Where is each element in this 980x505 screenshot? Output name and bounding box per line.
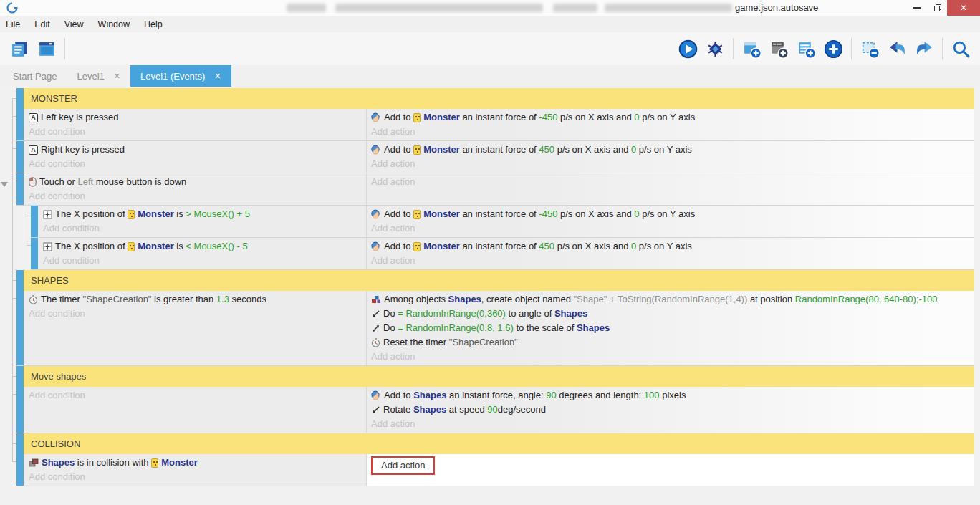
actions-cell[interactable]: Add to Monster an instant force of -450 …	[366, 206, 974, 237]
action-line[interactable]: Add to Shapes an instant force, angle: 9…	[371, 388, 971, 403]
add-subevent-button[interactable]	[769, 39, 789, 59]
event-group[interactable]: MONSTER	[16, 88, 974, 109]
conditions-cell[interactable]: The X position of Monster is > MouseX() …	[38, 206, 366, 237]
event-row[interactable]: Add condition Add to Shapes an instant f…	[16, 387, 974, 433]
action-line[interactable]: Add to Monster an instant force of 450 p…	[371, 143, 971, 157]
action-line[interactable]: Do = RandomInRange(0,360) to angle of Sh…	[371, 307, 971, 321]
event-row[interactable]: Shapes is in collision with MonsterAdd c…	[16, 454, 974, 486]
condition-line[interactable]: Shapes is in collision with Monster	[29, 456, 363, 470]
conditions-cell[interactable]: ALeft key is pressedAdd condition	[24, 109, 366, 140]
actions-cell[interactable]: Among objects Shapes, create object name…	[366, 291, 974, 365]
event-color-bar[interactable]	[16, 141, 24, 173]
event-group[interactable]: COLLISION	[16, 433, 974, 454]
event-row[interactable]: Touch or Left mouse button is downAdd co…	[16, 173, 974, 206]
conditions-cell[interactable]: Add condition	[24, 387, 366, 433]
add-action-link[interactable]: Add action	[371, 175, 971, 189]
action-line[interactable]: Add to Monster an instant force of -450 …	[371, 110, 971, 125]
event-row[interactable]: ARight key is pressedAdd condition Add t…	[16, 141, 974, 173]
event-color-bar[interactable]	[16, 88, 24, 109]
menu-help[interactable]: Help	[144, 19, 163, 29]
tab-start-page[interactable]: Start Page	[3, 65, 67, 87]
play-button[interactable]	[678, 39, 698, 59]
debug-button[interactable]	[705, 39, 725, 59]
event-color-bar[interactable]	[16, 109, 24, 140]
tab-level1-events[interactable]: Level1 (Events)✕	[130, 65, 231, 87]
event-color-bar[interactable]	[16, 366, 24, 387]
actions-cell[interactable]: Add to Shapes an instant force, angle: 9…	[366, 387, 974, 433]
condition-line[interactable]: The X position of Monster is > MouseX() …	[43, 207, 363, 221]
action-line[interactable]: Add to Monster an instant force of 450 p…	[371, 239, 971, 254]
tab-close-icon[interactable]: ✕	[214, 72, 221, 81]
action-line[interactable]: Add to Monster an instant force of -450 …	[371, 207, 971, 221]
tab-level1[interactable]: Level1✕	[67, 65, 130, 87]
event-color-bar[interactable]	[16, 433, 24, 454]
condition-line[interactable]: ALeft key is pressed	[29, 110, 363, 125]
event-color-bar[interactable]	[31, 238, 38, 269]
scene-editor-button[interactable]	[37, 39, 57, 59]
menu-edit[interactable]: Edit	[34, 19, 50, 29]
close-button[interactable]: ✕	[947, 0, 980, 16]
event-color-bar[interactable]	[31, 206, 38, 237]
event-row[interactable]: The timer "ShapeCreation" is greater tha…	[16, 291, 974, 366]
condition-line[interactable]: The X position of Monster is < MouseX() …	[43, 239, 363, 254]
add-event-button[interactable]	[741, 39, 762, 59]
conditions-cell[interactable]: Shapes is in collision with MonsterAdd c…	[24, 454, 366, 486]
menu-view[interactable]: View	[64, 19, 84, 29]
menu-file[interactable]: File	[6, 19, 20, 29]
redo-button[interactable]	[914, 39, 934, 59]
remove-event-button[interactable]	[860, 39, 880, 59]
add-action-link[interactable]: Add action	[371, 221, 971, 236]
search-button[interactable]	[951, 39, 971, 59]
add-condition-link[interactable]: Add condition	[29, 157, 363, 171]
actions-cell[interactable]: Add to Monster an instant force of -450 …	[366, 109, 974, 140]
restore-button[interactable]	[928, 0, 947, 16]
add-action-link[interactable]: Add action	[371, 157, 971, 171]
menu-window[interactable]: Window	[98, 19, 130, 29]
event-group[interactable]: Move shapes	[16, 366, 974, 387]
condition-line[interactable]: ARight key is pressed	[29, 143, 363, 157]
add-action-link[interactable]: Add action	[371, 417, 971, 431]
add-action-link-highlighted[interactable]: Add action	[371, 456, 435, 475]
event-row[interactable]: ALeft key is pressedAdd condition Add to…	[16, 109, 974, 141]
event-group-label: MONSTER	[24, 88, 974, 109]
tab-close-icon[interactable]: ✕	[114, 72, 120, 81]
action-line[interactable]: Reset the timer "ShapeCreation"	[371, 335, 971, 350]
event-color-bar[interactable]	[16, 454, 24, 486]
add-action-link[interactable]: Add action	[371, 350, 971, 364]
conditions-cell[interactable]: The timer "ShapeCreation" is greater tha…	[24, 291, 366, 365]
minimize-button[interactable]	[904, 0, 928, 16]
actions-cell[interactable]: Add action	[366, 454, 974, 486]
add-action-link[interactable]: Add action	[371, 125, 971, 139]
add-condition-link[interactable]: Add condition	[43, 221, 363, 236]
undo-button[interactable]	[887, 39, 907, 59]
add-condition-link[interactable]: Add condition	[43, 254, 363, 268]
project-manager-button[interactable]	[9, 39, 29, 59]
actions-cell[interactable]: Add to Monster an instant force of 450 p…	[366, 238, 974, 269]
add-comment-button[interactable]	[796, 39, 816, 59]
event-color-bar[interactable]	[16, 270, 24, 291]
expander-arrow-icon[interactable]	[1, 182, 8, 191]
add-condition-link[interactable]: Add condition	[29, 125, 363, 139]
add-action-link[interactable]: Add action	[371, 254, 971, 268]
event-color-bar[interactable]	[16, 387, 24, 433]
condition-line[interactable]: Touch or Left mouse button is down	[29, 175, 363, 189]
conditions-cell[interactable]: ARight key is pressedAdd condition	[24, 141, 366, 173]
action-line[interactable]: Rotate Shapes at speed 90deg/second	[371, 403, 971, 417]
action-line[interactable]: Among objects Shapes, create object name…	[371, 292, 971, 307]
add-condition-link[interactable]: Add condition	[29, 470, 363, 484]
condition-line[interactable]: The timer "ShapeCreation" is greater tha…	[29, 292, 363, 307]
event-row[interactable]: The X position of Monster is < MouseX() …	[31, 238, 974, 270]
event-color-bar[interactable]	[16, 291, 24, 365]
actions-cell[interactable]: Add to Monster an instant force of 450 p…	[366, 141, 974, 173]
event-group[interactable]: SHAPES	[16, 270, 974, 291]
actions-cell[interactable]: Add action	[366, 173, 974, 205]
add-condition-link[interactable]: Add condition	[29, 189, 363, 203]
add-condition-link[interactable]: Add condition	[29, 388, 363, 403]
conditions-cell[interactable]: The X position of Monster is < MouseX() …	[38, 238, 366, 269]
event-row[interactable]: The X position of Monster is > MouseX() …	[31, 206, 974, 238]
add-condition-link[interactable]: Add condition	[29, 307, 363, 321]
action-line[interactable]: Do = RandomInRange(0.8, 1.6) to the scal…	[371, 321, 971, 335]
conditions-cell[interactable]: Touch or Left mouse button is downAdd co…	[24, 173, 366, 205]
event-color-bar[interactable]	[16, 173, 24, 205]
add-circle-button[interactable]	[823, 39, 843, 59]
